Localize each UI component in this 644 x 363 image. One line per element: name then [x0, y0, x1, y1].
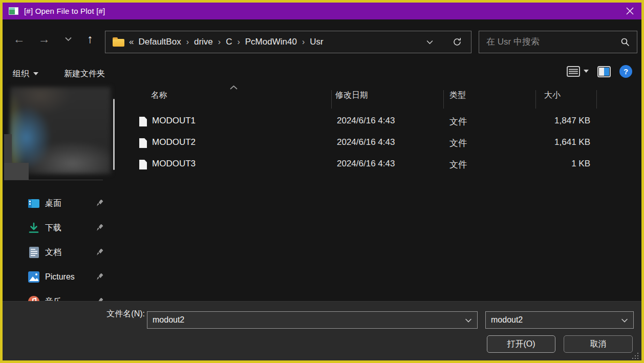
column-divider[interactable]	[596, 90, 597, 109]
refresh-icon[interactable]	[453, 37, 462, 47]
forward-icon: →	[38, 32, 50, 46]
column-header-size[interactable]: 大小	[544, 90, 561, 101]
search-input[interactable]	[479, 37, 620, 47]
chevron-right-icon: ›	[218, 37, 221, 47]
search-icon	[620, 37, 630, 47]
recent-locations-button[interactable]	[59, 30, 77, 48]
open-button-label: 打开(O)	[507, 339, 535, 350]
sidebar-scrollbar[interactable]	[113, 99, 115, 170]
sidebar-divider	[8, 180, 103, 180]
help-button[interactable]: ?	[619, 65, 632, 78]
open-file-dialog: [#] Open File to Plot [#] ← → ↑ « Defaul…	[0, 0, 644, 363]
breadcrumb-item[interactable]: C	[226, 37, 232, 47]
chevron-down-icon	[33, 72, 38, 76]
file-row-modout2[interactable]: MODOUT2 2024/6/16 4:43 文件 1,641 KB	[123, 133, 641, 154]
close-button[interactable]	[622, 4, 637, 18]
file-icon	[139, 117, 147, 126]
file-icon	[139, 138, 147, 148]
column-header-type[interactable]: 类型	[449, 90, 466, 101]
sidebar-item-label: 桌面	[45, 198, 61, 209]
chevron-down-icon	[584, 70, 589, 73]
preview-thumbnail	[10, 87, 111, 174]
folder-icon	[113, 39, 124, 47]
column-divider[interactable]	[443, 90, 444, 109]
sidebar-item-label: Pictures	[45, 272, 75, 282]
new-folder-label: 新建文件夹	[64, 69, 105, 79]
pin-icon	[96, 200, 103, 207]
filetype-value: modout2	[486, 315, 523, 325]
file-name: MODOUT2	[152, 137, 196, 147]
sidebar-item-desktop[interactable]: 桌面	[0, 191, 123, 216]
document-icon	[28, 246, 40, 259]
address-dropdown-icon[interactable]	[426, 40, 433, 45]
column-header-name[interactable]: 名称	[151, 90, 167, 101]
pin-icon	[96, 249, 103, 256]
chevron-down-icon	[621, 318, 628, 323]
file-date: 2024/6/16 4:43	[337, 116, 395, 126]
organize-button[interactable]: 组织	[13, 66, 38, 82]
file-size: 1,847 KB	[554, 116, 590, 126]
column-divider[interactable]	[535, 90, 536, 109]
breadcrumb-item[interactable]: DefaultBox	[138, 37, 181, 47]
file-icon	[139, 160, 147, 169]
titlebar: [#] Open File to Plot [#]	[3, 3, 641, 19]
file-type: 文件	[449, 159, 467, 170]
new-folder-button[interactable]: 新建文件夹	[64, 66, 105, 82]
chevron-down-icon[interactable]	[465, 318, 471, 323]
chevron-right-icon: ›	[186, 37, 189, 47]
breadcrumb-item[interactable]: PcModWin40	[245, 37, 297, 47]
navigation-row: ← → ↑ « DefaultBox › drive › C › PcModWi…	[3, 19, 641, 60]
file-size: 1 KB	[571, 159, 590, 169]
breadcrumb-item[interactable]: Usr	[310, 37, 323, 47]
pictures-icon	[28, 271, 40, 283]
file-size: 1,641 KB	[554, 137, 590, 147]
file-name: MODOUT1	[152, 116, 196, 126]
up-button[interactable]: ↑	[81, 30, 99, 48]
column-header-date[interactable]: 修改日期	[335, 90, 368, 101]
filename-input[interactable]	[147, 315, 477, 325]
open-button[interactable]: 打开(O)	[487, 335, 555, 353]
sidebar-item-documents[interactable]: 文档	[0, 240, 123, 265]
file-row-modout1[interactable]: MODOUT1 2024/6/16 4:43 文件 1,847 KB	[123, 111, 641, 133]
cancel-button-label: 取消	[590, 339, 607, 350]
sort-ascending-icon	[230, 85, 238, 90]
file-date: 2024/6/16 4:43	[337, 159, 395, 169]
file-row-modout3[interactable]: MODOUT3 2024/6/16 4:43 文件 1 KB	[123, 154, 641, 176]
preview-pane-icon	[597, 66, 611, 77]
sidebar-item-downloads[interactable]: 下载	[0, 216, 123, 240]
pin-icon	[96, 273, 103, 281]
resize-grip[interactable]	[631, 352, 639, 360]
cancel-button[interactable]: 取消	[564, 335, 633, 353]
sidebar-item-pictures[interactable]: Pictures	[0, 265, 123, 289]
chevron-down-icon	[65, 37, 72, 41]
search-box	[479, 31, 637, 53]
file-name: MODOUT3	[152, 159, 196, 169]
back-icon: ←	[13, 32, 25, 46]
up-icon: ↑	[87, 32, 93, 46]
details-view-icon	[567, 66, 580, 77]
help-icon: ?	[624, 67, 628, 76]
pin-icon	[96, 224, 103, 231]
column-divider[interactable]	[331, 90, 332, 109]
file-type: 文件	[449, 116, 467, 127]
desktop-icon	[28, 197, 40, 209]
address-bar[interactable]: « DefaultBox › drive › C › PcModWin40 › …	[105, 31, 471, 53]
download-icon	[28, 222, 40, 234]
file-date: 2024/6/16 4:43	[337, 137, 395, 147]
app-icon	[9, 7, 18, 15]
preview-pane-button[interactable]	[597, 66, 611, 77]
chevron-right-icon: ›	[237, 37, 240, 47]
filetype-combobox[interactable]: modout2	[485, 311, 634, 329]
chevron-right-icon: ›	[302, 37, 305, 47]
forward-button[interactable]: →	[35, 30, 53, 48]
view-mode-button[interactable]	[567, 66, 589, 77]
command-bar: 组织 新建文件夹 ?	[3, 60, 641, 87]
close-icon	[626, 7, 634, 15]
file-type: 文件	[449, 137, 467, 149]
back-button[interactable]: ←	[10, 30, 28, 48]
breadcrumb-prefix: «	[129, 37, 134, 47]
breadcrumb-item[interactable]: drive	[194, 37, 213, 47]
dialog-footer: 文件名(N): modout2 打开(O) 取消	[3, 301, 641, 361]
organize-label: 组织	[13, 69, 29, 79]
window-title: [#] Open File to Plot [#]	[24, 7, 105, 15]
